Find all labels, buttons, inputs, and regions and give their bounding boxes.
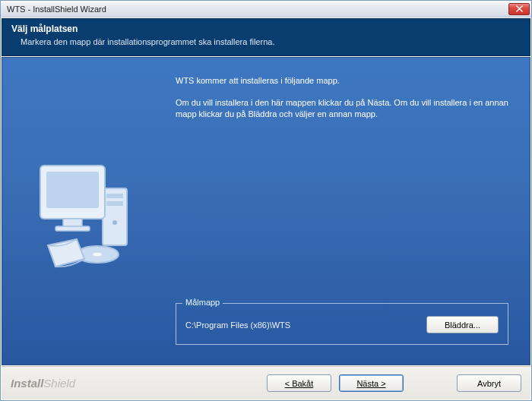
wizard-footer: InstallShield < Bakåt Nästa > Avbryt	[2, 366, 530, 399]
destination-group: Målmapp C:\Program Files (x86)\WTS Blädd…	[176, 303, 508, 345]
svg-point-9	[93, 253, 102, 257]
svg-rect-5	[46, 172, 99, 208]
brand-strong: Install	[11, 377, 43, 390]
brand-light: Shield	[43, 377, 75, 390]
banner-subtitle: Markera den mapp där installationsprogra…	[11, 37, 521, 46]
browse-button[interactable]: Bläddra...	[426, 316, 499, 333]
close-button[interactable]	[508, 3, 530, 15]
wizard-banner: Välj målplatsen Markera den mapp där ins…	[2, 18, 530, 56]
back-button[interactable]: < Bakåt	[267, 374, 331, 392]
svg-rect-6	[63, 219, 82, 226]
content-pane: WTS kommer att installeras i följande ma…	[169, 58, 530, 365]
titlebar: WTS - InstallShield Wizard	[1, 1, 531, 17]
svg-rect-7	[55, 226, 90, 231]
intro-text-1: WTS kommer att installeras i följande ma…	[176, 76, 508, 85]
svg-rect-2	[106, 201, 123, 206]
content-spacer	[176, 133, 508, 303]
window-title: WTS - InstallShield Wizard	[7, 5, 508, 14]
installshield-logo: InstallShield	[11, 377, 75, 390]
svg-point-3	[112, 220, 117, 225]
computer-icon	[25, 147, 147, 276]
destination-path: C:\Program Files (x86)\WTS	[185, 320, 417, 330]
cancel-button[interactable]: Avbryt	[457, 374, 521, 392]
intro-text-2: Om du vill installera i den här mappen k…	[176, 97, 508, 121]
close-icon	[516, 5, 523, 12]
next-button[interactable]: Nästa >	[339, 374, 404, 392]
destination-legend: Målmapp	[182, 298, 223, 307]
banner-title: Välj målplatsen	[11, 24, 521, 34]
installer-window: WTS - InstallShield Wizard Välj målplats…	[0, 0, 532, 401]
illustration-pane	[2, 58, 169, 365]
svg-rect-1	[106, 194, 123, 198]
wizard-content: WTS kommer att installeras i följande ma…	[2, 57, 530, 365]
